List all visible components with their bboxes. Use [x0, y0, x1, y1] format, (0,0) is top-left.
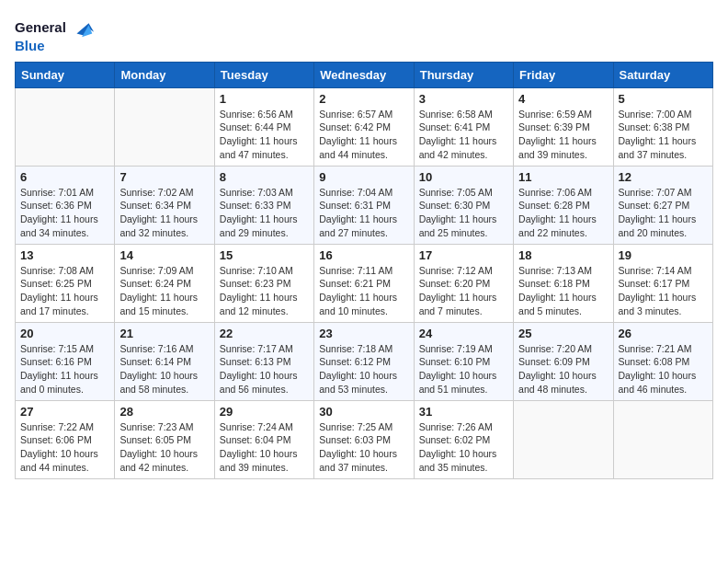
day-info: Sunrise: 6:56 AMSunset: 6:44 PMDaylight:… — [220, 108, 309, 162]
day-info: Sunrise: 7:14 AMSunset: 6:17 PMDaylight:… — [619, 264, 708, 318]
calendar-cell: 3Sunrise: 6:58 AMSunset: 6:41 PMDaylight… — [414, 87, 513, 166]
day-number: 16 — [319, 248, 408, 262]
calendar-cell: 4Sunrise: 6:59 AMSunset: 6:39 PMDaylight… — [514, 87, 613, 166]
weekday-header-sunday: Sunday — [16, 62, 115, 87]
calendar-cell: 12Sunrise: 7:07 AMSunset: 6:27 PMDayligh… — [613, 166, 712, 244]
day-number: 23 — [319, 327, 408, 340]
logo-text-blue: Blue — [15, 39, 96, 54]
day-info: Sunrise: 7:02 AMSunset: 6:34 PMDaylight:… — [119, 186, 209, 240]
week-row-4: 20Sunrise: 7:15 AMSunset: 6:16 PMDayligh… — [16, 322, 713, 400]
day-info: Sunrise: 7:04 AMSunset: 6:31 PMDaylight:… — [319, 186, 408, 240]
day-number: 24 — [419, 327, 508, 340]
calendar-cell: 2Sunrise: 6:57 AMSunset: 6:42 PMDaylight… — [314, 87, 414, 166]
day-info: Sunrise: 7:09 AMSunset: 6:24 PMDaylight:… — [119, 264, 209, 318]
calendar-cell: 18Sunrise: 7:13 AMSunset: 6:18 PMDayligh… — [514, 244, 613, 322]
day-info: Sunrise: 7:18 AMSunset: 6:12 PMDaylight:… — [319, 342, 408, 396]
day-number: 8 — [220, 170, 309, 184]
day-number: 9 — [319, 170, 408, 184]
day-number: 28 — [119, 405, 209, 419]
day-number: 3 — [419, 92, 508, 106]
calendar-cell: 28Sunrise: 7:23 AMSunset: 6:05 PMDayligh… — [115, 400, 214, 478]
day-number: 25 — [518, 327, 608, 340]
day-info: Sunrise: 7:15 AMSunset: 6:16 PMDaylight:… — [20, 342, 109, 396]
calendar-cell — [115, 87, 214, 166]
day-number: 2 — [319, 92, 408, 106]
day-number: 10 — [419, 170, 508, 184]
day-info: Sunrise: 7:19 AMSunset: 6:10 PMDaylight:… — [419, 342, 508, 396]
day-number: 12 — [619, 170, 708, 184]
day-info: Sunrise: 7:06 AMSunset: 6:28 PMDaylight:… — [518, 186, 608, 240]
day-number: 6 — [20, 170, 109, 184]
day-info: Sunrise: 7:23 AMSunset: 6:05 PMDaylight:… — [119, 420, 209, 475]
calendar-container: General Blue SundayMondayTuesdayWednesda… — [0, 0, 728, 487]
logo-icon — [70, 15, 96, 40]
day-number: 1 — [220, 92, 309, 106]
day-number: 17 — [419, 248, 508, 262]
logo: General Blue — [15, 15, 96, 54]
week-row-2: 6Sunrise: 7:01 AMSunset: 6:36 PMDaylight… — [16, 166, 713, 244]
calendar-cell: 24Sunrise: 7:19 AMSunset: 6:10 PMDayligh… — [414, 322, 513, 400]
calendar-cell: 19Sunrise: 7:14 AMSunset: 6:17 PMDayligh… — [613, 244, 712, 322]
day-info: Sunrise: 7:12 AMSunset: 6:20 PMDaylight:… — [419, 264, 508, 318]
day-number: 21 — [119, 327, 209, 340]
calendar-cell: 13Sunrise: 7:08 AMSunset: 6:25 PMDayligh… — [16, 244, 115, 322]
weekday-header-wednesday: Wednesday — [314, 62, 414, 87]
day-info: Sunrise: 7:13 AMSunset: 6:18 PMDaylight:… — [518, 264, 608, 318]
calendar-cell: 7Sunrise: 7:02 AMSunset: 6:34 PMDaylight… — [115, 166, 214, 244]
calendar-cell: 11Sunrise: 7:06 AMSunset: 6:28 PMDayligh… — [514, 166, 613, 244]
weekday-header-monday: Monday — [115, 62, 214, 87]
day-info: Sunrise: 7:26 AMSunset: 6:02 PMDaylight:… — [419, 420, 508, 475]
weekday-header-thursday: Thursday — [414, 62, 513, 87]
day-number: 30 — [319, 405, 408, 419]
day-info: Sunrise: 7:10 AMSunset: 6:23 PMDaylight:… — [220, 264, 309, 318]
day-info: Sunrise: 7:08 AMSunset: 6:25 PMDaylight:… — [20, 264, 109, 318]
day-number: 19 — [619, 248, 708, 262]
day-info: Sunrise: 7:21 AMSunset: 6:08 PMDaylight:… — [619, 342, 708, 396]
calendar-cell: 17Sunrise: 7:12 AMSunset: 6:20 PMDayligh… — [414, 244, 513, 322]
day-number: 13 — [20, 248, 109, 262]
logo-general: General — [15, 19, 66, 35]
day-info: Sunrise: 7:25 AMSunset: 6:03 PMDaylight:… — [319, 420, 408, 475]
calendar-cell: 21Sunrise: 7:16 AMSunset: 6:14 PMDayligh… — [115, 322, 214, 400]
header: General Blue — [15, 15, 713, 54]
day-number: 5 — [619, 92, 708, 106]
calendar-cell: 23Sunrise: 7:18 AMSunset: 6:12 PMDayligh… — [314, 322, 414, 400]
weekday-header-row: SundayMondayTuesdayWednesdayThursdayFrid… — [16, 62, 713, 87]
calendar-cell: 16Sunrise: 7:11 AMSunset: 6:21 PMDayligh… — [314, 244, 414, 322]
day-number: 4 — [518, 92, 608, 106]
day-number: 22 — [220, 327, 309, 340]
week-row-5: 27Sunrise: 7:22 AMSunset: 6:06 PMDayligh… — [16, 400, 713, 478]
weekday-header-tuesday: Tuesday — [214, 62, 313, 87]
calendar-cell: 9Sunrise: 7:04 AMSunset: 6:31 PMDaylight… — [314, 166, 414, 244]
week-row-1: 1Sunrise: 6:56 AMSunset: 6:44 PMDaylight… — [16, 87, 713, 166]
calendar-cell: 25Sunrise: 7:20 AMSunset: 6:09 PMDayligh… — [514, 322, 613, 400]
day-info: Sunrise: 7:24 AMSunset: 6:04 PMDaylight:… — [220, 420, 309, 475]
day-info: Sunrise: 7:01 AMSunset: 6:36 PMDaylight:… — [20, 186, 109, 240]
day-info: Sunrise: 6:57 AMSunset: 6:42 PMDaylight:… — [319, 108, 408, 162]
day-info: Sunrise: 7:07 AMSunset: 6:27 PMDaylight:… — [619, 186, 708, 240]
day-info: Sunrise: 6:59 AMSunset: 6:39 PMDaylight:… — [518, 108, 608, 162]
calendar-cell: 27Sunrise: 7:22 AMSunset: 6:06 PMDayligh… — [16, 400, 115, 478]
day-number: 7 — [119, 170, 209, 184]
day-info: Sunrise: 6:58 AMSunset: 6:41 PMDaylight:… — [419, 108, 508, 162]
day-info: Sunrise: 7:22 AMSunset: 6:06 PMDaylight:… — [20, 420, 109, 475]
calendar-cell: 26Sunrise: 7:21 AMSunset: 6:08 PMDayligh… — [613, 322, 712, 400]
calendar-cell: 20Sunrise: 7:15 AMSunset: 6:16 PMDayligh… — [16, 322, 115, 400]
calendar-cell: 5Sunrise: 7:00 AMSunset: 6:38 PMDaylight… — [613, 87, 712, 166]
day-number: 20 — [20, 327, 109, 340]
day-info: Sunrise: 7:11 AMSunset: 6:21 PMDaylight:… — [319, 264, 408, 318]
weekday-header-saturday: Saturday — [613, 62, 712, 87]
calendar-cell: 22Sunrise: 7:17 AMSunset: 6:13 PMDayligh… — [214, 322, 313, 400]
calendar-cell: 8Sunrise: 7:03 AMSunset: 6:33 PMDaylight… — [214, 166, 313, 244]
weekday-header-friday: Friday — [514, 62, 613, 87]
week-row-3: 13Sunrise: 7:08 AMSunset: 6:25 PMDayligh… — [16, 244, 713, 322]
calendar-cell: 6Sunrise: 7:01 AMSunset: 6:36 PMDaylight… — [16, 166, 115, 244]
calendar-cell: 29Sunrise: 7:24 AMSunset: 6:04 PMDayligh… — [214, 400, 313, 478]
day-number: 29 — [220, 405, 309, 419]
calendar-cell: 31Sunrise: 7:26 AMSunset: 6:02 PMDayligh… — [414, 400, 513, 478]
day-number: 15 — [220, 248, 309, 262]
calendar-table: SundayMondayTuesdayWednesdayThursdayFrid… — [15, 62, 713, 479]
calendar-cell: 10Sunrise: 7:05 AMSunset: 6:30 PMDayligh… — [414, 166, 513, 244]
day-number: 31 — [419, 405, 508, 419]
day-number: 27 — [20, 405, 109, 419]
